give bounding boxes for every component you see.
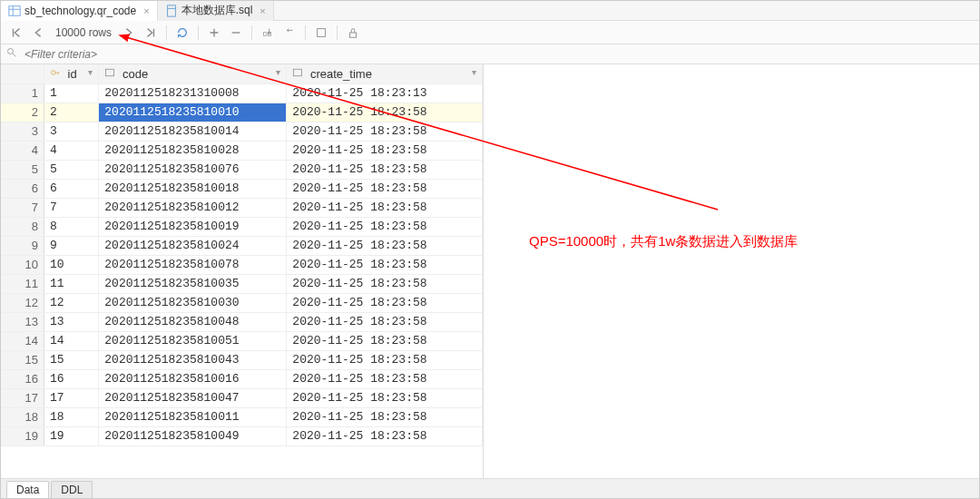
cell-code[interactable]: 2020112518235810019 [99,217,287,236]
row-number-cell[interactable]: 12 [1,293,44,312]
cell-code[interactable]: 2020112518235810035 [99,274,287,293]
cell-id[interactable]: 8 [44,217,98,236]
row-number-cell[interactable]: 18 [1,407,44,426]
cell-code[interactable]: 2020112518235810047 [99,388,287,407]
data-grid[interactable]: id ▾ code ▾ create_time ▾ 11202011251 [1,64,484,478]
row-number-cell[interactable]: 6 [1,179,44,198]
cell-id[interactable]: 9 [44,236,98,255]
cell-code[interactable]: 2020112518235810012 [99,198,287,217]
row-number-cell[interactable]: 7 [1,198,44,217]
tab-sql-file[interactable]: 本地数据库.sql × [158,1,274,21]
cell-create-time[interactable]: 2020-11-25 18:23:58 [287,312,483,331]
cell-id[interactable]: 1 [44,83,98,103]
table-row[interactable]: 121220201125182358100302020-11-25 18:23:… [1,293,483,312]
cell-create-time[interactable]: 2020-11-25 18:23:58 [287,350,483,369]
lock-button[interactable] [343,23,363,43]
cell-create-time[interactable]: 2020-11-25 18:23:58 [287,141,483,160]
table-row[interactable]: 161620201125182358100162020-11-25 18:23:… [1,369,483,388]
cell-id[interactable]: 12 [44,293,98,312]
cell-create-time[interactable]: 2020-11-25 18:23:58 [287,103,483,122]
col-header-id[interactable]: id ▾ [44,64,98,83]
cell-id[interactable]: 10 [44,255,98,274]
table-row[interactable]: 101020201125182358100782020-11-25 18:23:… [1,255,483,274]
table-row[interactable]: 171720201125182358100472020-11-25 18:23:… [1,388,483,407]
first-page-button[interactable] [6,23,26,43]
row-number-cell[interactable]: 8 [1,217,44,236]
sort-icon[interactable]: ▾ [472,67,476,77]
close-icon[interactable]: × [143,5,149,16]
cell-code[interactable]: 2020112518235810043 [99,350,287,369]
cell-code[interactable]: 2020112518235810010 [99,103,287,122]
next-page-button[interactable] [119,23,139,43]
cell-create-time[interactable]: 2020-11-25 18:23:58 [287,122,483,141]
cell-id[interactable]: 17 [44,388,98,407]
row-number-cell[interactable]: 5 [1,160,44,179]
cell-code[interactable]: 2020112518235810030 [99,293,287,312]
cell-create-time[interactable]: 2020-11-25 18:23:58 [287,160,483,179]
table-row[interactable]: 141420201125182358100512020-11-25 18:23:… [1,331,483,350]
row-number-cell[interactable]: 1 [1,83,44,103]
cell-create-time[interactable]: 2020-11-25 18:23:58 [287,293,483,312]
tab-qr-code[interactable]: sb_technology.qr_code × [1,1,158,21]
cell-create-time[interactable]: 2020-11-25 18:23:58 [287,217,483,236]
table-row[interactable]: 9920201125182358100242020-11-25 18:23:58 [1,236,483,255]
cell-code[interactable]: 2020112518235810048 [99,312,287,331]
table-row[interactable]: 7720201125182358100122020-11-25 18:23:58 [1,198,483,217]
table-row[interactable]: 151520201125182358100432020-11-25 18:23:… [1,350,483,369]
sort-icon[interactable]: ▾ [88,67,93,77]
row-number-cell[interactable]: 14 [1,331,44,350]
prev-page-button[interactable] [28,23,48,43]
cell-code[interactable]: 2020112518235810018 [99,179,287,198]
table-row[interactable]: 4420201125182358100282020-11-25 18:23:58 [1,141,483,160]
cell-create-time[interactable]: 2020-11-25 18:23:58 [287,255,483,274]
row-number-cell[interactable]: 3 [1,122,44,141]
cell-id[interactable]: 2 [44,103,98,122]
cell-code[interactable]: 2020112518235810049 [99,426,287,445]
cell-id[interactable]: 4 [44,141,98,160]
cell-code[interactable]: 2020112518235810028 [99,141,287,160]
cell-create-time[interactable]: 2020-11-25 18:23:58 [287,198,483,217]
row-number-cell[interactable]: 17 [1,388,44,407]
cell-create-time[interactable]: 2020-11-25 18:23:58 [287,426,483,445]
cell-id[interactable]: 5 [44,160,98,179]
row-number-cell[interactable]: 13 [1,312,44,331]
refresh-button[interactable] [172,23,192,43]
table-row[interactable]: 111120201125182358100352020-11-25 18:23:… [1,274,483,293]
cell-create-time[interactable]: 2020-11-25 18:23:58 [287,274,483,293]
cell-code[interactable]: 2020112518235810016 [99,369,287,388]
col-header-create-time[interactable]: create_time ▾ [287,64,483,83]
tab-data[interactable]: Data [6,481,49,498]
cell-id[interactable]: 13 [44,312,98,331]
table-row[interactable]: 8820201125182358100192020-11-25 18:23:58 [1,217,483,236]
cell-id[interactable]: 14 [44,331,98,350]
cell-create-time[interactable]: 2020-11-25 18:23:58 [287,388,483,407]
row-number-cell[interactable]: 10 [1,255,44,274]
table-row[interactable]: 181820201125182358100112020-11-25 18:23:… [1,407,483,426]
cell-id[interactable]: 7 [44,198,98,217]
cell-code[interactable]: 2020112518235810076 [99,160,287,179]
table-row[interactable]: 3320201125182358100142020-11-25 18:23:58 [1,122,483,141]
remove-row-button[interactable] [226,23,246,43]
row-number-cell[interactable]: 4 [1,141,44,160]
last-page-button[interactable] [141,23,161,43]
cell-code[interactable]: 2020112518235810051 [99,331,287,350]
col-header-code[interactable]: code ▾ [99,64,287,83]
cell-create-time[interactable]: 2020-11-25 18:23:58 [287,331,483,350]
revert-button[interactable] [279,23,299,43]
table-row[interactable]: 191920201125182358100492020-11-25 18:23:… [1,426,483,445]
row-number-cell[interactable]: 2 [1,103,44,122]
cell-id[interactable]: 19 [44,426,98,445]
row-number-cell[interactable]: 15 [1,350,44,369]
sort-icon[interactable]: ▾ [276,67,280,77]
cell-id[interactable]: 15 [44,350,98,369]
cell-create-time[interactable]: 2020-11-25 18:23:58 [287,369,483,388]
row-number-cell[interactable]: 19 [1,426,44,445]
table-row[interactable]: 5520201125182358100762020-11-25 18:23:58 [1,160,483,179]
tab-ddl[interactable]: DDL [51,481,93,498]
table-row[interactable]: 2220201125182358100102020-11-25 18:23:58 [1,103,483,122]
cell-code[interactable]: 2020112518231310008 [99,83,287,103]
view-toggle-button[interactable] [311,23,331,43]
row-number-cell[interactable]: 11 [1,274,44,293]
cell-id[interactable]: 11 [44,274,98,293]
row-number-cell[interactable]: 9 [1,236,44,255]
